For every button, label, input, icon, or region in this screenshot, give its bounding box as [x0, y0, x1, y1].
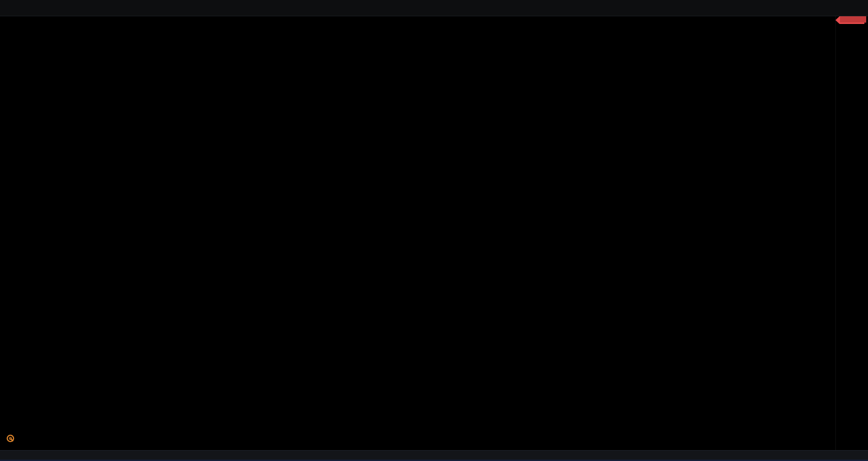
- trading-chart-app: [0, 0, 868, 461]
- watermark-link[interactable]: [6, 434, 18, 443]
- price-axis[interactable]: [835, 16, 868, 450]
- indicator-toolbar: [0, 450, 868, 461]
- qkl123-logo-icon: [6, 434, 15, 443]
- chart-canvas[interactable]: [0, 0, 835, 461]
- countdown-timer: [840, 16, 866, 23]
- drawing-toolbar: [0, 0, 868, 16]
